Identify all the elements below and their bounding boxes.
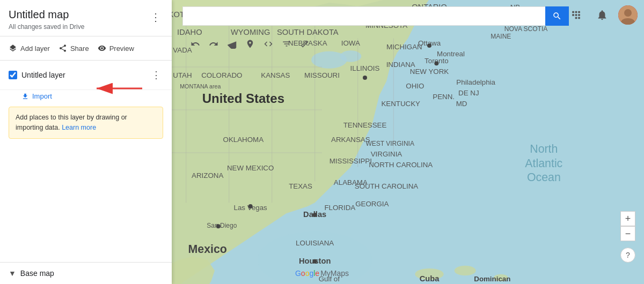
brand-g: G [295,269,301,278]
svg-point-83 [427,43,431,48]
svg-text:United States: United States [202,91,284,106]
svg-text:NEW MEXICO: NEW MEXICO [227,164,274,172]
svg-text:TEXAS: TEXAS [289,182,312,190]
pin-tool-button[interactable] [241,35,259,53]
preview-button[interactable]: Preview [98,42,134,55]
svg-text:DE NJ: DE NJ [458,89,479,97]
svg-text:PENN.: PENN. [433,93,455,101]
svg-text:North: North [530,143,558,155]
layers-section: Untitled layer ⋮ Import Add places to th… [0,61,172,262]
svg-text:KANSAS: KANSAS [261,71,290,79]
search-icon [552,11,562,21]
top-right-actions [567,5,638,25]
svg-text:UTAH: UTAH [173,71,192,79]
sidebar-header: Untitled map All changes saved in Drive … [0,0,172,36]
share-button[interactable]: Share [58,42,89,55]
redo-button[interactable] [205,35,222,53]
svg-text:ARKANSAS: ARKANSAS [331,136,370,144]
brand-g2: g [309,269,313,278]
zoom-in-button[interactable]: + [620,211,635,226]
svg-text:MAINE: MAINE [491,33,511,40]
search-container [182,6,569,26]
brand-o1: o [301,269,305,278]
svg-point-86 [248,204,253,208]
brand-e: e [315,269,319,278]
svg-text:COLORADO: COLORADO [201,71,242,79]
svg-text:GEORGIA: GEORGIA [355,200,389,208]
svg-text:IOWA: IOWA [341,39,360,47]
svg-text:Mexico: Mexico [188,243,227,256]
base-map-section: ▼ Base map [0,262,172,284]
preview-icon [98,44,106,53]
svg-text:VIRGINIA: VIRGINIA [371,150,402,158]
svg-text:ARIZONA: ARIZONA [192,171,223,180]
help-button[interactable]: ? [620,248,635,263]
layer-menu-button[interactable]: ⋮ [149,67,163,83]
import-link[interactable]: Import [32,92,52,100]
sidebar-menu-button[interactable]: ⋮ [148,9,163,26]
hint-box: Add places to this layer by drawing or i… [9,107,163,139]
import-row: Import [0,90,172,104]
svg-text:NOVA SCOTIA: NOVA SCOTIA [504,25,547,33]
brand-o2: o [305,269,310,278]
svg-text:Ocean: Ocean [527,171,561,184]
search-input[interactable] [182,6,545,26]
notifications-button[interactable] [592,5,612,25]
svg-text:OKLAHOMA: OKLAHOMA [223,136,264,144]
svg-point-5 [455,266,476,276]
google-brand: Google MyMaps [295,269,349,278]
zoom-controls: + − [620,211,635,241]
layer-row: Untitled layer ⋮ [0,61,172,90]
search-button[interactable] [545,6,569,26]
brand-mymaps: MyMaps [320,269,349,278]
svg-point-2 [340,50,361,62]
zoom-out-button[interactable]: − [620,226,635,241]
svg-point-87 [216,224,221,228]
svg-point-84 [434,61,438,65]
hand-tool-button[interactable] [223,35,240,53]
svg-text:MISSOURI: MISSOURI [304,71,340,79]
svg-text:FLORIDA: FLORIDA [324,204,355,212]
svg-text:OHIO: OHIO [406,82,424,90]
svg-text:MONTANA area: MONTANA area [180,83,221,89]
share-icon [58,44,67,53]
map-subtitle: All changes saved in Drive [9,23,84,31]
svg-text:KENTUCKY: KENTUCKY [381,100,420,108]
apps-grid-button[interactable] [567,5,586,25]
svg-text:WEST VIRGINIA: WEST VIRGINIA [365,140,414,147]
sidebar-panel: Untitled map All changes saved in Drive … [0,0,172,284]
svg-text:Cuba: Cuba [420,274,440,283]
svg-text:Dominican: Dominican [474,275,510,283]
svg-text:MICHIGAN: MICHIGAN [386,43,422,51]
svg-point-88 [313,213,317,217]
add-layer-button[interactable]: Add layer [9,42,50,55]
import-icon [21,93,29,100]
svg-text:ALABAMA: ALABAMA [334,178,368,186]
svg-text:San Diego: San Diego [207,222,237,229]
svg-point-94 [624,9,632,17]
line-tool-button[interactable] [260,35,277,53]
measure-tool-button[interactable] [296,35,313,53]
learn-more-link[interactable]: Learn more [62,124,96,131]
svg-text:MISSISSIPPI: MISSISSIPPI [330,157,372,165]
base-map-toggle[interactable]: ▼ [9,269,16,278]
svg-text:NEW YORK: NEW YORK [410,68,449,76]
svg-text:Atlantic: Atlantic [525,157,562,170]
layers-icon [9,44,17,53]
user-avatar[interactable] [618,5,638,25]
svg-point-89 [313,259,317,264]
svg-text:MD: MD [456,100,467,108]
svg-point-85 [363,76,367,80]
svg-text:TENNESSEE: TENNESSEE [343,121,387,129]
svg-text:LOUISIANA: LOUISIANA [296,239,334,247]
svg-text:NORTH CAROLINA: NORTH CAROLINA [369,161,433,169]
undo-button[interactable] [187,35,204,53]
layer-checkbox[interactable] [9,71,17,79]
sidebar-actions: Add layer Share Preview [0,36,172,61]
base-map-label: Base map [20,269,54,278]
map-title: Untitled map [9,9,84,21]
layer-name: Untitled layer [21,71,65,79]
svg-text:Philadelphia: Philadelphia [456,78,495,86]
filter-tool-button[interactable] [278,35,295,53]
map-toolbar [182,32,318,56]
